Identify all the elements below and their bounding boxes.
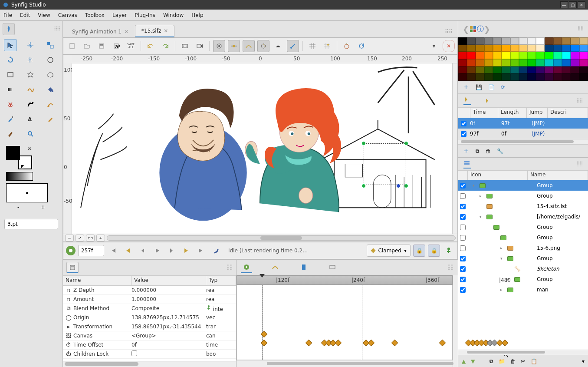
col-name[interactable]: Name bbox=[63, 276, 131, 285]
grid-toggle[interactable] bbox=[306, 40, 319, 52]
keyframe-props-button[interactable]: 🔧 bbox=[497, 148, 503, 154]
palette-swatch[interactable] bbox=[476, 52, 484, 59]
rotate-tool[interactable] bbox=[4, 54, 17, 66]
menu-edit[interactable]: Edit bbox=[20, 12, 30, 18]
palette-swatch[interactable] bbox=[519, 52, 528, 59]
draw-tool[interactable] bbox=[24, 98, 37, 110]
palette-swatch[interactable] bbox=[579, 59, 588, 66]
star-tool[interactable] bbox=[24, 69, 37, 81]
snap-grid-toggle[interactable] bbox=[321, 40, 333, 52]
palette-swatch[interactable] bbox=[562, 66, 571, 74]
palette-swatch[interactable] bbox=[467, 73, 476, 81]
param-row[interactable]: ⧉Blend MethodComposite inte bbox=[63, 304, 236, 313]
layer-group-button[interactable]: 📁 bbox=[499, 358, 505, 364]
keyframes-alt-tab[interactable] bbox=[484, 98, 492, 104]
keyframe-diamond[interactable] bbox=[391, 340, 398, 347]
redo-button[interactable] bbox=[159, 40, 171, 52]
layer-row[interactable]: 15-4.sifz.lst bbox=[458, 201, 588, 212]
palette-refresh-button[interactable]: ⟳ bbox=[501, 84, 505, 90]
zoom-in-button[interactable]: + bbox=[96, 235, 105, 241]
timeline-ruler[interactable]: |120f|240f|360f|480 bbox=[237, 275, 453, 285]
zoom-tool[interactable] bbox=[24, 128, 37, 140]
col-layer-name[interactable]: Name bbox=[528, 171, 588, 180]
dock-grip-icon[interactable]: ⠿⠿ bbox=[54, 26, 60, 32]
col-jump[interactable]: Jump bbox=[527, 108, 548, 118]
foreground-color[interactable] bbox=[6, 146, 20, 160]
palette-swatch[interactable] bbox=[476, 37, 484, 45]
spline-tool[interactable] bbox=[24, 83, 37, 96]
menu-layer[interactable]: Layer bbox=[112, 12, 127, 18]
seek-next-kf-button[interactable] bbox=[181, 245, 193, 257]
brush-preview[interactable] bbox=[6, 183, 48, 202]
nav-prev-button[interactable]: ❮ bbox=[463, 25, 469, 34]
save-file-button[interactable] bbox=[95, 40, 108, 52]
palette-swatch[interactable] bbox=[502, 66, 510, 74]
palette-add-button[interactable]: ＋ bbox=[463, 83, 470, 92]
sets-tab[interactable] bbox=[327, 262, 338, 273]
menu-canvas[interactable]: Canvas bbox=[58, 12, 77, 18]
history-tab[interactable] bbox=[298, 262, 309, 273]
layer-visible[interactable] bbox=[460, 225, 466, 230]
palette-swatch[interactable] bbox=[467, 59, 476, 66]
col-time[interactable]: Time bbox=[470, 108, 498, 118]
keyframe-remove-button[interactable]: 🗑 bbox=[486, 148, 491, 154]
maximize-button[interactable]: ▢ bbox=[569, 1, 577, 8]
palette-swatch[interactable] bbox=[458, 45, 467, 52]
menu-toolbox[interactable]: Toolbox bbox=[85, 12, 105, 18]
zoom-100-button[interactable]: ▫▫ bbox=[86, 235, 95, 241]
palette-swatch[interactable] bbox=[571, 59, 579, 66]
col-descr[interactable]: Descri bbox=[548, 108, 588, 118]
nav-next-button[interactable]: ❯ bbox=[484, 25, 490, 34]
keyframe-enable[interactable] bbox=[461, 121, 466, 126]
palette-swatch[interactable] bbox=[510, 59, 519, 66]
palette-swatch[interactable] bbox=[502, 37, 510, 45]
palette-swatch[interactable] bbox=[571, 45, 579, 52]
palette-swatch[interactable] bbox=[553, 66, 562, 74]
refresh-button[interactable] bbox=[355, 40, 368, 52]
layer-row[interactable]: ▾Group bbox=[458, 253, 588, 264]
preview-button[interactable] bbox=[194, 40, 206, 52]
palette-swatch[interactable] bbox=[484, 45, 493, 52]
palette-swatch[interactable] bbox=[579, 66, 588, 74]
smooth-move-tool[interactable] bbox=[24, 39, 37, 51]
palette-swatch[interactable] bbox=[553, 52, 562, 59]
palette-swatch[interactable] bbox=[545, 52, 553, 59]
palette-swatch[interactable] bbox=[519, 66, 528, 74]
keyframe-duplicate-button[interactable]: ⧉ bbox=[476, 148, 480, 154]
keyframe-diamond[interactable] bbox=[439, 340, 446, 347]
scale-tool[interactable] bbox=[44, 39, 57, 51]
selection-handle[interactable] bbox=[362, 142, 365, 145]
param-row[interactable]: ◯Origin138.876925px,12.714575vec bbox=[63, 313, 236, 322]
document-tab-active[interactable]: *15.sifz ✕ bbox=[135, 25, 174, 37]
layer-copy-button[interactable]: 📋 bbox=[531, 358, 537, 364]
palette-swatch[interactable] bbox=[527, 59, 536, 66]
params-scroll-h[interactable] bbox=[63, 361, 236, 367]
palette-swatch[interactable] bbox=[536, 45, 545, 52]
palette-swatch[interactable] bbox=[458, 52, 467, 59]
canvas-viewport[interactable] bbox=[72, 63, 452, 234]
col-value[interactable]: Value bbox=[131, 276, 206, 285]
close-canvas-button[interactable]: ✕ bbox=[443, 40, 455, 52]
keyframe-lock-past-button[interactable]: 🔒 bbox=[413, 245, 425, 257]
selection-box[interactable] bbox=[364, 143, 405, 185]
palette-save-button[interactable]: 💾 bbox=[476, 84, 482, 90]
palette-swatch[interactable] bbox=[536, 66, 545, 74]
keyframes-scroll-h[interactable] bbox=[458, 139, 588, 144]
layer-cut-button[interactable]: ✂ bbox=[521, 358, 525, 364]
palette-swatch[interactable] bbox=[571, 37, 579, 45]
palette-swatch[interactable] bbox=[571, 52, 579, 59]
loop-button[interactable] bbox=[210, 245, 222, 257]
keyframe-add-button[interactable]: ＋ bbox=[463, 146, 470, 155]
animate-editing-button[interactable] bbox=[443, 245, 455, 257]
keyframe-diamond[interactable] bbox=[305, 340, 312, 347]
keyframes-tab[interactable] bbox=[463, 96, 471, 105]
palette-swatch[interactable] bbox=[579, 37, 588, 45]
palette-swatch[interactable] bbox=[510, 52, 519, 59]
palette-swatch[interactable] bbox=[467, 45, 476, 52]
palette-swatch[interactable] bbox=[502, 59, 510, 66]
menu-plugins[interactable]: Plug-Ins bbox=[135, 12, 155, 18]
handles-tan-toggle[interactable] bbox=[243, 40, 255, 52]
time-input[interactable]: 257f bbox=[78, 245, 104, 256]
layer-visible[interactable] bbox=[460, 183, 466, 188]
col-type[interactable]: Typ bbox=[206, 276, 236, 285]
